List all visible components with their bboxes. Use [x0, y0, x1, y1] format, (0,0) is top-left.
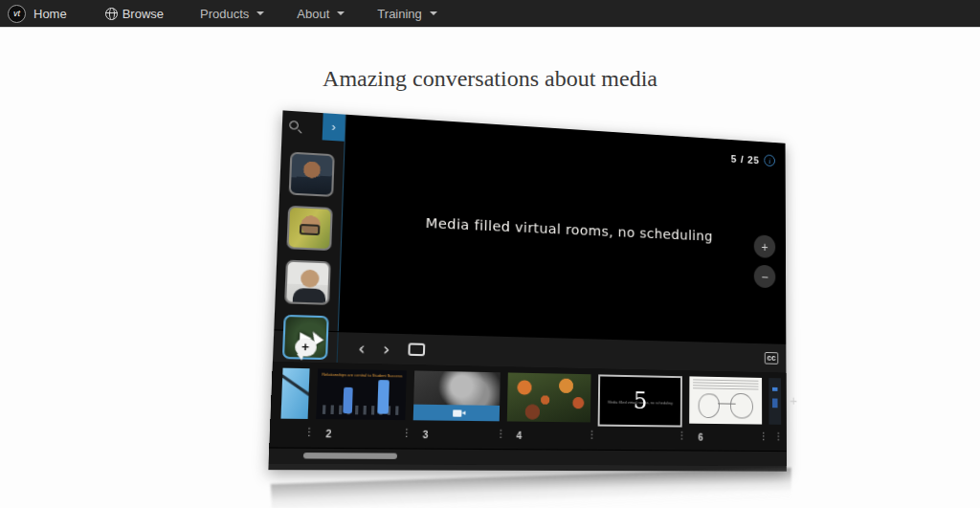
- nav-about[interactable]: About: [283, 0, 358, 28]
- add-slide-button[interactable]: +: [790, 393, 797, 408]
- nav-browse[interactable]: Browse: [92, 0, 177, 28]
- add-comment-button[interactable]: +: [294, 338, 316, 356]
- slide-thumb-1[interactable]: ⋮: [280, 368, 309, 419]
- page-title: Amazing conversations about media: [0, 66, 980, 92]
- slide-thumb-partial[interactable]: ⋮: [768, 378, 781, 425]
- chevron-down-icon: [256, 11, 264, 15]
- info-icon[interactable]: i: [764, 154, 775, 166]
- participant-thumb[interactable]: [284, 260, 331, 305]
- slide-menu-icon[interactable]: ⋮: [759, 431, 768, 441]
- chevron-down-icon: [430, 11, 437, 15]
- slide-5-label: 5: [634, 387, 648, 414]
- slide-thumb-2[interactable]: Relationships are central to Student Suc…: [316, 368, 407, 420]
- nav-products[interactable]: Products: [187, 0, 278, 28]
- slide-number: 4: [516, 431, 522, 441]
- globe-icon: [105, 8, 118, 20]
- closed-captions-button[interactable]: cc: [765, 352, 779, 364]
- nav-training[interactable]: Training: [364, 0, 450, 28]
- top-navbar: vt Home Browse Products About Training: [0, 0, 980, 28]
- slide-thumb-3[interactable]: ⋮ 3: [413, 370, 501, 421]
- slide-filmstrip: ⋮ Relationships are central to Student S…: [269, 362, 786, 451]
- comment-sidebar: › ▶: [274, 110, 345, 331]
- filmstrip-scrollbar: [269, 447, 787, 465]
- sidebar-expand-button[interactable]: ›: [323, 113, 345, 142]
- nav-home[interactable]: Home: [32, 0, 80, 28]
- slide-2-title: Relationships are central to Student Suc…: [320, 372, 405, 379]
- video-camera-icon: [453, 409, 461, 416]
- slide-menu-icon[interactable]: ⋮: [496, 430, 505, 439]
- slide-thumb-5-current[interactable]: Media filled virtual rooms, no schedulin…: [598, 374, 682, 427]
- participant-thumb[interactable]: [286, 206, 332, 251]
- slide-stage: 5 / 25 i Media filled virtual rooms, no …: [338, 115, 787, 343]
- slide-menu-icon[interactable]: ⋮: [678, 431, 686, 440]
- slide-counter: 5 / 25: [731, 153, 760, 166]
- voicethread-player: › ▶ 5 / 25 i Media filled virtua: [268, 110, 786, 471]
- slide-thumb-6[interactable]: ⋮ 6: [689, 376, 762, 424]
- screenshot-reflection: [271, 468, 791, 508]
- voicethread-logo[interactable]: vt: [8, 5, 26, 23]
- participant-thumb[interactable]: [289, 152, 335, 197]
- player-screenshot: › ▶ 5 / 25 i Media filled virtua: [268, 110, 786, 471]
- slide-menu-icon[interactable]: ⋮: [304, 427, 315, 437]
- next-slide-button[interactable]: ›: [383, 333, 390, 364]
- zoom-in-button[interactable]: +: [754, 234, 776, 258]
- zoom-out-button[interactable]: −: [754, 265, 776, 289]
- fullscreen-icon[interactable]: [408, 342, 425, 356]
- slide-number: 3: [423, 430, 429, 441]
- slide-caption: Media filled virtual rooms, no schedulin…: [343, 211, 786, 248]
- slide-number: 6: [699, 432, 703, 443]
- search-icon[interactable]: [289, 120, 299, 129]
- chevron-down-icon: [337, 11, 345, 15]
- slide-menu-icon[interactable]: ⋮: [402, 428, 412, 438]
- slide-menu-icon[interactable]: ⋮: [774, 432, 783, 442]
- slide-menu-icon[interactable]: ⋮: [588, 431, 597, 440]
- previous-slide-button[interactable]: ‹: [358, 332, 366, 364]
- slide-thumb-4[interactable]: ⋮ 4: [507, 372, 591, 422]
- scrollbar-thumb[interactable]: [302, 453, 396, 459]
- slide-number: 2: [325, 429, 331, 440]
